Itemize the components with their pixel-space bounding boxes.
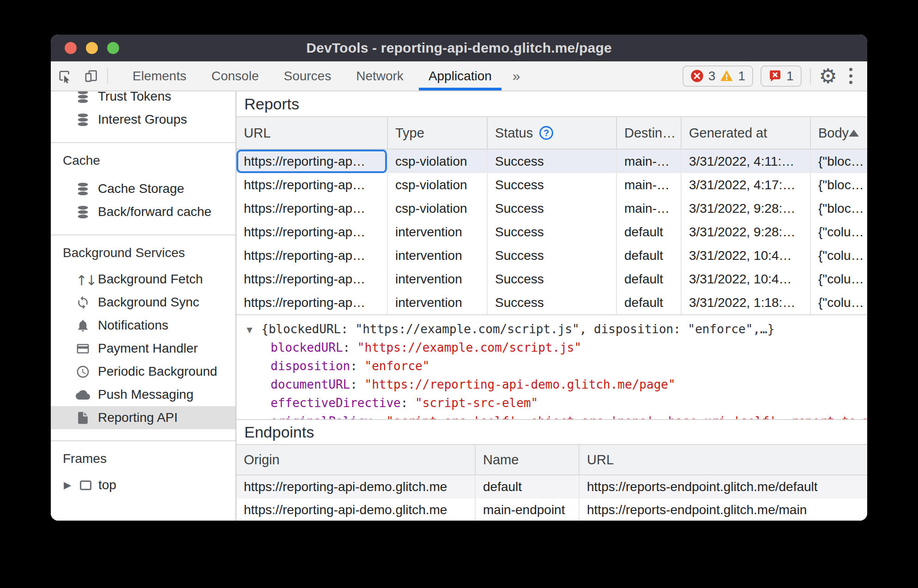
sidebar-item-interest-groups[interactable]: Interest Groups	[51, 108, 236, 131]
report-body-cell[interactable]: {"colu…	[811, 267, 867, 291]
report-type-cell[interactable]: csp-violation	[388, 173, 488, 197]
report-status-cell[interactable]: Success	[488, 267, 617, 291]
inspect-element-button[interactable]	[51, 61, 78, 90]
endpoint-url-cell[interactable]: https://reports-endpoint.glitch.me/defau…	[580, 475, 867, 498]
toggle-device-toolbar-button[interactable]	[78, 61, 104, 90]
report-body-cell[interactable]: {"colu…	[811, 291, 867, 314]
report-type-cell[interactable]: intervention	[388, 220, 488, 244]
sidebar-item-notifications[interactable]: Notifications	[51, 314, 236, 337]
report-status-cell[interactable]: Success	[488, 291, 617, 314]
endpoint-row[interactable]: https://reporting-api-demo.glitch.me def…	[236, 475, 867, 498]
close-button[interactable]	[65, 42, 77, 54]
report-body-cell[interactable]: {"colu…	[811, 244, 867, 267]
column-header-status[interactable]: Status ?	[488, 117, 617, 149]
tab-console[interactable]: Console	[199, 61, 272, 90]
report-row[interactable]: https://reporting-ap… intervention Succe…	[236, 267, 867, 291]
sidebar-item-background-fetch[interactable]: ↑↓ Background Fetch	[51, 268, 236, 291]
report-url-cell[interactable]: https://reporting-ap…	[236, 197, 388, 220]
endpoint-row[interactable]: https://reporting-api-demo.glitch.me mai…	[236, 498, 867, 521]
report-destination-cell[interactable]: default	[617, 244, 682, 267]
report-type-cell[interactable]: intervention	[388, 267, 488, 291]
column-header-endpoint-url[interactable]: URL	[580, 445, 867, 474]
report-row[interactable]: https://reporting-ap… csp-violation Succ…	[236, 173, 867, 197]
tab-network[interactable]: Network	[344, 61, 416, 90]
report-url-cell[interactable]: https://reporting-ap…	[236, 244, 388, 267]
sidebar-item-back-forward-cache[interactable]: Back/forward cache	[51, 200, 236, 223]
status-help-icon[interactable]: ?	[539, 126, 553, 140]
json-preview-line[interactable]: ▼{blockedURL: "https://example.com/scrip…	[245, 320, 867, 338]
report-generated-cell[interactable]: 3/31/2022, 1:18:…	[682, 291, 811, 314]
sidebar-item-background-sync[interactable]: Background Sync	[51, 291, 236, 314]
column-header-url[interactable]: URL	[236, 117, 388, 149]
report-generated-cell[interactable]: 3/31/2022, 9:28:…	[682, 220, 811, 244]
json-property[interactable]: blockedURL: "https://example.com/script.…	[245, 338, 867, 357]
minimize-button[interactable]	[86, 42, 98, 54]
report-type-cell[interactable]: intervention	[388, 244, 488, 267]
column-header-name[interactable]: Name	[476, 445, 580, 474]
report-row[interactable]: https://reporting-ap… intervention Succe…	[236, 244, 867, 267]
sidebar-item-periodic-background-sync[interactable]: Periodic Background	[51, 360, 236, 383]
json-property[interactable]: effectiveDirective: "script-src-elem"	[245, 394, 867, 412]
endpoint-name-cell[interactable]: default	[476, 475, 580, 498]
sidebar-item-payment-handler[interactable]: Payment Handler	[51, 337, 236, 360]
column-header-generated-at[interactable]: Generated at	[682, 117, 811, 149]
report-row[interactable]: https://reporting-ap… intervention Succe…	[236, 220, 867, 244]
sidebar-item-cache-storage[interactable]: Cache Storage	[51, 177, 236, 200]
column-header-type[interactable]: Type	[388, 117, 488, 149]
endpoint-name-cell[interactable]: main-endpoint	[476, 498, 580, 521]
settings-gear-button[interactable]: ⚙	[819, 66, 837, 86]
endpoint-origin-cell[interactable]: https://reporting-api-demo.glitch.me	[236, 498, 476, 521]
report-status-cell[interactable]: Success	[488, 244, 617, 267]
endpoint-origin-cell[interactable]: https://reporting-api-demo.glitch.me	[236, 475, 476, 498]
chevron-right-icon[interactable]: ▶	[62, 480, 73, 491]
report-url-cell[interactable]: https://reporting-ap…	[236, 267, 388, 291]
issues-badge[interactable]: 1	[761, 66, 802, 87]
report-row[interactable]: https://reporting-ap… intervention Succe…	[236, 291, 867, 314]
report-destination-cell[interactable]: main-…	[617, 150, 682, 173]
tab-application[interactable]: Application	[416, 61, 504, 90]
report-destination-cell[interactable]: default	[617, 220, 682, 244]
report-generated-cell[interactable]: 3/31/2022, 4:11:…	[682, 150, 811, 173]
report-url-cell[interactable]: https://reporting-ap…	[236, 291, 388, 314]
report-destination-cell[interactable]: default	[617, 267, 682, 291]
zoom-button[interactable]	[107, 42, 119, 54]
report-type-cell[interactable]: intervention	[388, 291, 488, 314]
report-url-cell[interactable]: https://reporting-ap…	[236, 173, 388, 197]
report-status-cell[interactable]: Success	[488, 150, 617, 173]
column-header-origin[interactable]: Origin	[236, 445, 476, 474]
column-header-destination[interactable]: Destin…	[617, 117, 682, 149]
report-destination-cell[interactable]: main-…	[617, 173, 682, 197]
json-property[interactable]: disposition: "enforce"	[245, 357, 867, 375]
report-type-cell[interactable]: csp-violation	[388, 197, 488, 220]
report-status-cell[interactable]: Success	[488, 197, 617, 220]
json-property[interactable]: documentURL: "https://reporting-api-demo…	[245, 375, 867, 394]
json-property-clipped[interactable]: originalPolicy: "script-src 'self'; obje…	[245, 412, 867, 419]
report-generated-cell[interactable]: 3/31/2022, 10:4…	[682, 244, 811, 267]
sidebar-item-frame-top[interactable]: ▶ top	[51, 474, 236, 497]
report-url-cell[interactable]: https://reporting-ap…	[236, 150, 388, 173]
console-errors-warnings-badge[interactable]: 3 1	[682, 66, 753, 87]
report-generated-cell[interactable]: 3/31/2022, 10:4…	[682, 267, 811, 291]
report-status-cell[interactable]: Success	[488, 173, 617, 197]
sidebar-item-trust-tokens[interactable]: Trust Tokens	[51, 91, 236, 108]
report-destination-cell[interactable]: default	[617, 291, 682, 314]
report-body-cell[interactable]: {"bloc…	[811, 197, 867, 220]
tab-sources[interactable]: Sources	[271, 61, 344, 90]
report-status-cell[interactable]: Success	[488, 220, 617, 244]
column-header-body[interactable]: Body	[811, 117, 867, 149]
report-generated-cell[interactable]: 3/31/2022, 9:28:…	[682, 197, 811, 220]
report-body-cell[interactable]: {"bloc…	[811, 173, 867, 197]
report-row[interactable]: https://reporting-ap… csp-violation Succ…	[236, 197, 867, 220]
expand-triangle-icon[interactable]: ▼	[245, 321, 261, 338]
report-row[interactable]: https://reporting-ap… csp-violation Succ…	[236, 150, 867, 173]
report-body-cell[interactable]: {"bloc…	[811, 150, 867, 173]
more-tabs-button[interactable]: »	[504, 61, 529, 90]
sidebar-item-reporting-api[interactable]: Reporting API	[51, 406, 236, 429]
tab-elements[interactable]: Elements	[120, 61, 199, 90]
report-body-cell[interactable]: {"colu…	[811, 220, 867, 244]
report-generated-cell[interactable]: 3/31/2022, 4:17:…	[682, 173, 811, 197]
report-destination-cell[interactable]: main-…	[617, 197, 682, 220]
endpoint-url-cell[interactable]: https://reports-endpoint.glitch.me/main	[580, 498, 867, 521]
report-type-cell[interactable]: csp-violation	[388, 150, 488, 173]
more-options-button[interactable]	[845, 68, 857, 84]
